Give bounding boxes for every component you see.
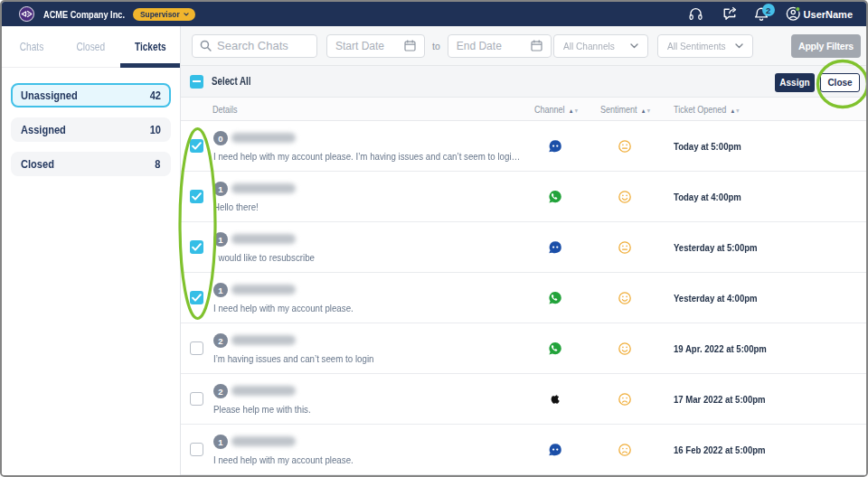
row-checkbox[interactable] (190, 190, 203, 203)
sidebar-item-unassigned[interactable]: Unassigned 42 (11, 83, 171, 108)
company-logo-icon (19, 6, 34, 22)
chat-bubble-icon (548, 443, 562, 457)
column-header-channel[interactable]: Channel▲▼ (534, 104, 579, 115)
apply-filters-button[interactable]: Apply Filters (791, 34, 861, 58)
sentiments-placeholder: All Sentiments (667, 41, 726, 51)
select-all-checkbox[interactable] (190, 75, 203, 89)
message-preview: I would like to resubscribe (213, 252, 315, 263)
chat-bubble-icon (548, 443, 562, 457)
app-window: ACME Company Inc. Supervisor (0, 0, 868, 477)
check-icon (192, 243, 202, 251)
headset-button[interactable] (689, 7, 703, 21)
sidebar-item-count: 42 (150, 89, 161, 102)
row-checkbox[interactable] (190, 291, 203, 304)
tab-label: Closed (77, 40, 106, 53)
unread-count-badge: 1 (213, 283, 228, 297)
user-menu-button[interactable] (786, 6, 801, 22)
customer-name-redacted (231, 386, 296, 396)
ticket-list: 0 I need help with my account please. I’… (181, 121, 866, 475)
ticket-row[interactable]: 0 I need help with my account please. I’… (181, 121, 866, 172)
end-date-placeholder: End Date (457, 40, 502, 52)
end-date-input[interactable]: End Date (448, 34, 552, 58)
assign-button[interactable]: Assign (775, 73, 815, 92)
message-preview: I’m having issues and can’t seem to logi… (213, 353, 373, 364)
chevron-down-icon (184, 13, 189, 16)
channels-placeholder: All Channels (563, 41, 615, 51)
sidebar-item-closed[interactable]: Closed 8 (11, 152, 171, 176)
start-date-placeholder: Start Date (335, 40, 384, 52)
row-checkbox[interactable] (190, 443, 203, 456)
ticket-row[interactable]: 1 I need help with my account please. Ye… (181, 273, 866, 323)
sort-arrows-icon: ▲▼ (641, 104, 651, 115)
column-header-ticket-opened[interactable]: Ticket Opened▲▼ (674, 104, 741, 115)
neutral-face-icon (618, 241, 631, 254)
message-preview: I need help with my account please. (213, 454, 354, 465)
message-preview: Hello there! (213, 201, 259, 212)
ticket-row[interactable]: 2 Please help me with this. 17 Mar 2022 … (181, 374, 866, 425)
notification-count-badge: 2 (762, 4, 775, 16)
role-badge[interactable]: Supervisor (133, 8, 195, 21)
customer-name-redacted (231, 335, 296, 345)
company-name: ACME Company Inc. (43, 9, 110, 20)
tab-tickets[interactable]: Tickets (120, 26, 180, 67)
ticket-opened-time: 17 Mar 2022 at 5:00pm (674, 374, 766, 424)
ticket-row[interactable]: 1 Hello there! Today at 4:00pm (181, 172, 866, 222)
filter-bar: Search Chats Start Date to End Date All … (181, 26, 866, 66)
happy-face-icon (618, 191, 631, 203)
notifications-button[interactable]: 2 (754, 6, 769, 22)
row-checkbox[interactable] (190, 240, 203, 254)
sad-face-icon (618, 444, 631, 456)
customer-name-redacted (231, 183, 296, 193)
search-input[interactable]: Search Chats (192, 34, 317, 58)
ticket-opened-time: Today at 5:00pm (674, 121, 741, 171)
check-icon (192, 192, 202, 201)
bulk-actions-bar: Select All Assign Close (181, 66, 866, 98)
row-checkbox[interactable] (190, 341, 203, 355)
sidebar-item-count: 8 (156, 157, 161, 171)
column-header-details: Details (212, 104, 238, 115)
tab-closed[interactable]: Closed (61, 26, 121, 67)
unread-count-badge: 1 (213, 182, 228, 196)
sidebar-item-assigned[interactable]: Assigned 10 (11, 117, 171, 142)
chat-share-button[interactable] (722, 6, 738, 22)
close-button[interactable]: Close (820, 73, 860, 92)
ticket-row[interactable]: 1 I would like to resubscribe Yesterday … (181, 222, 866, 273)
check-icon (192, 142, 202, 150)
whatsapp-icon (548, 291, 562, 305)
sad-face-icon (618, 444, 631, 456)
start-date-input[interactable]: Start Date (326, 34, 425, 58)
check-icon (192, 294, 202, 302)
customer-name-redacted (231, 436, 296, 446)
sidebar-tabs: Chats Closed Tickets (2, 26, 180, 68)
username-label: UserName (804, 9, 853, 20)
ticket-filter-list: Unassigned 42 Assigned 10 Closed 8 (2, 68, 180, 186)
whatsapp-icon (548, 190, 562, 204)
tab-chats[interactable]: Chats (2, 26, 61, 67)
column-header-sentiment[interactable]: Sentiment▲▼ (600, 104, 651, 115)
customer-name-redacted (231, 234, 296, 244)
apple-icon (548, 392, 562, 407)
user-icon (786, 6, 801, 22)
chat-bubble-icon (548, 240, 562, 255)
sentiments-select[interactable]: All Sentiments (657, 34, 753, 58)
role-badge-label: Supervisor (140, 9, 180, 19)
unread-count-badge: 2 (213, 333, 228, 348)
chat-bubble-icon (548, 139, 562, 154)
ticket-row[interactable]: 1 I need help with my account please. 16… (181, 425, 866, 475)
search-icon (200, 40, 212, 51)
row-checkbox[interactable] (190, 139, 203, 153)
top-navbar: ACME Company Inc. Supervisor (2, 2, 866, 26)
date-range-to-label: to (432, 41, 440, 51)
ticket-row[interactable]: 2 I’m having issues and can’t seem to lo… (181, 323, 866, 374)
calendar-icon (404, 40, 416, 51)
happy-face-icon (618, 342, 631, 355)
chat-share-icon (722, 6, 738, 22)
unread-count-badge: 1 (213, 435, 228, 449)
apple-icon (548, 392, 562, 407)
table-header: Details Channel▲▼ Sentiment▲▼ Ticket Ope… (181, 98, 866, 121)
happy-face-icon (618, 342, 631, 355)
channels-select[interactable]: All Channels (553, 34, 648, 58)
chevron-down-icon (735, 43, 743, 49)
row-checkbox[interactable] (190, 392, 203, 406)
ticket-opened-time: Today at 4:00pm (674, 172, 741, 221)
